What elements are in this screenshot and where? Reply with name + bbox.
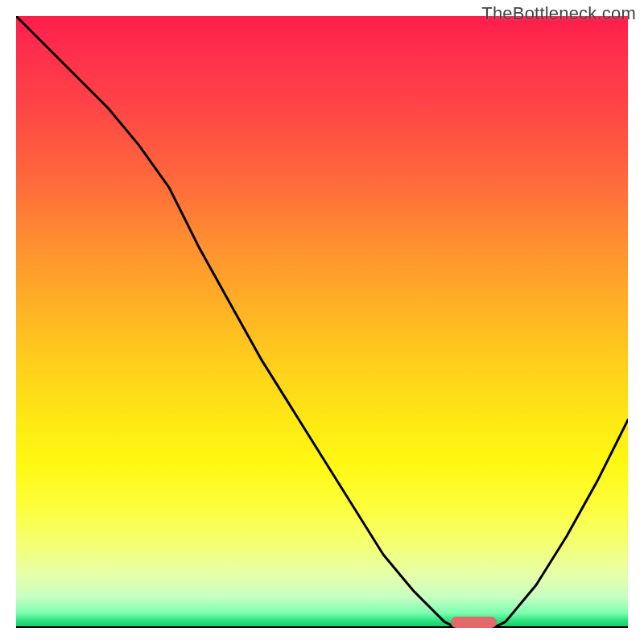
bottleneck-curve — [16, 16, 628, 628]
curve-path — [16, 16, 628, 628]
bottleneck-chart: TheBottleneck.com — [0, 0, 644, 644]
plot-area — [16, 16, 628, 628]
x-axis-baseline — [16, 626, 628, 628]
watermark-text: TheBottleneck.com — [481, 3, 636, 24]
optimal-range-marker — [451, 617, 497, 628]
